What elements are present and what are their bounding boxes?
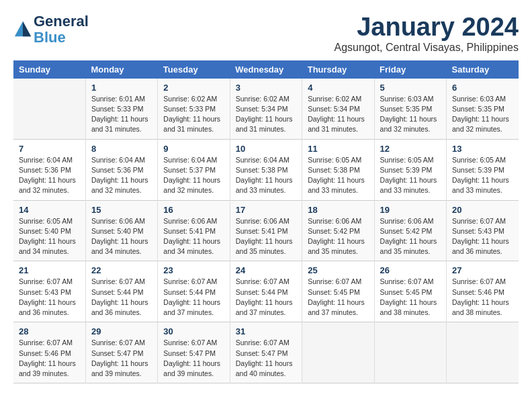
day-number: 23: [163, 265, 224, 275]
day-number: 24: [236, 265, 296, 275]
week-row-2: 7Sunrise: 6:04 AMSunset: 5:36 PMDaylight…: [13, 139, 519, 200]
calendar-cell: 14Sunrise: 6:05 AMSunset: 5:40 PMDayligh…: [13, 200, 85, 261]
day-info: Sunrise: 6:03 AMSunset: 5:35 PMDaylight:…: [452, 94, 513, 135]
calendar-cell: 10Sunrise: 6:04 AMSunset: 5:38 PMDayligh…: [230, 139, 302, 200]
day-number: 26: [380, 265, 441, 275]
calendar-cell: 8Sunrise: 6:04 AMSunset: 5:36 PMDaylight…: [85, 139, 157, 200]
calendar-cell: 29Sunrise: 6:07 AMSunset: 5:47 PMDayligh…: [85, 322, 157, 383]
day-number: 18: [308, 205, 368, 215]
logo: General Blue: [13, 13, 89, 46]
day-number: 20: [452, 205, 513, 215]
day-info: Sunrise: 6:02 AMSunset: 5:33 PMDaylight:…: [163, 94, 224, 135]
weekday-header-friday: Friday: [374, 60, 446, 79]
day-info: Sunrise: 6:07 AMSunset: 5:45 PMDaylight:…: [308, 277, 368, 318]
day-info: Sunrise: 6:07 AMSunset: 5:47 PMDaylight:…: [91, 338, 152, 379]
weekday-header-saturday: Saturday: [447, 60, 519, 79]
day-info: Sunrise: 6:02 AMSunset: 5:34 PMDaylight:…: [236, 94, 296, 135]
day-info: Sunrise: 6:07 AMSunset: 5:45 PMDaylight:…: [380, 277, 441, 318]
calendar-cell: 3Sunrise: 6:02 AMSunset: 5:34 PMDaylight…: [230, 79, 302, 139]
weekday-header-sunday: Sunday: [13, 60, 85, 79]
calendar-cell: 6Sunrise: 6:03 AMSunset: 5:35 PMDaylight…: [447, 79, 519, 139]
day-number: 6: [452, 83, 513, 93]
weekday-header-wednesday: Wednesday: [230, 60, 302, 79]
logo-line1: General: [34, 13, 89, 30]
calendar-cell: 9Sunrise: 6:04 AMSunset: 5:37 PMDaylight…: [158, 139, 230, 200]
day-info: Sunrise: 6:07 AMSunset: 5:47 PMDaylight:…: [236, 338, 296, 379]
calendar-cell: 5Sunrise: 6:03 AMSunset: 5:35 PMDaylight…: [374, 79, 446, 139]
calendar-cell: 7Sunrise: 6:04 AMSunset: 5:36 PMDaylight…: [13, 139, 85, 200]
calendar-cell: [374, 322, 446, 383]
calendar-cell: [302, 322, 374, 383]
day-number: 13: [452, 144, 513, 154]
day-number: 16: [163, 205, 224, 215]
day-info: Sunrise: 6:07 AMSunset: 5:43 PMDaylight:…: [19, 277, 80, 318]
calendar-cell: [13, 79, 85, 139]
calendar-cell: 2Sunrise: 6:02 AMSunset: 5:33 PMDaylight…: [158, 79, 230, 139]
day-info: Sunrise: 6:07 AMSunset: 5:46 PMDaylight:…: [452, 277, 513, 318]
calendar-cell: 26Sunrise: 6:07 AMSunset: 5:45 PMDayligh…: [374, 261, 446, 322]
day-number: 15: [91, 205, 152, 215]
day-number: 11: [308, 144, 368, 154]
day-number: 5: [380, 83, 441, 93]
day-number: 17: [236, 205, 296, 215]
day-number: 4: [308, 83, 368, 93]
calendar-cell: 25Sunrise: 6:07 AMSunset: 5:45 PMDayligh…: [302, 261, 374, 322]
weekday-header-thursday: Thursday: [302, 60, 374, 79]
day-info: Sunrise: 6:07 AMSunset: 5:44 PMDaylight:…: [91, 277, 152, 318]
logo-icon: [13, 20, 32, 39]
day-info: Sunrise: 6:07 AMSunset: 5:46 PMDaylight:…: [19, 338, 80, 379]
day-info: Sunrise: 6:01 AMSunset: 5:33 PMDaylight:…: [91, 94, 152, 135]
day-info: Sunrise: 6:04 AMSunset: 5:37 PMDaylight:…: [163, 155, 224, 196]
week-row-5: 28Sunrise: 6:07 AMSunset: 5:46 PMDayligh…: [13, 322, 519, 383]
month-title: January 2024: [334, 13, 519, 42]
day-info: Sunrise: 6:07 AMSunset: 5:44 PMDaylight:…: [236, 277, 296, 318]
calendar-cell: 1Sunrise: 6:01 AMSunset: 5:33 PMDaylight…: [85, 79, 157, 139]
weekday-header-tuesday: Tuesday: [158, 60, 230, 79]
svg-marker-1: [23, 21, 31, 36]
day-number: 31: [236, 326, 296, 336]
location-title: Agsungot, Central Visayas, Philippines: [334, 42, 519, 54]
day-number: 3: [236, 83, 296, 93]
day-number: 25: [308, 265, 368, 275]
weekday-header-row: SundayMondayTuesdayWednesdayThursdayFrid…: [13, 60, 519, 79]
calendar-cell: 18Sunrise: 6:06 AMSunset: 5:42 PMDayligh…: [302, 200, 374, 261]
day-number: 9: [163, 144, 224, 154]
day-info: Sunrise: 6:04 AMSunset: 5:38 PMDaylight:…: [236, 155, 296, 196]
week-row-4: 21Sunrise: 6:07 AMSunset: 5:43 PMDayligh…: [13, 261, 519, 322]
calendar-cell: 13Sunrise: 6:05 AMSunset: 5:39 PMDayligh…: [447, 139, 519, 200]
day-number: 14: [19, 205, 80, 215]
calendar-cell: 11Sunrise: 6:05 AMSunset: 5:38 PMDayligh…: [302, 139, 374, 200]
day-info: Sunrise: 6:05 AMSunset: 5:38 PMDaylight:…: [308, 155, 368, 196]
calendar-table: SundayMondayTuesdayWednesdayThursdayFrid…: [13, 60, 519, 383]
day-number: 30: [163, 326, 224, 336]
day-info: Sunrise: 6:06 AMSunset: 5:42 PMDaylight:…: [308, 216, 368, 257]
day-info: Sunrise: 6:05 AMSunset: 5:39 PMDaylight:…: [380, 155, 441, 196]
day-number: 27: [452, 265, 513, 275]
day-info: Sunrise: 6:06 AMSunset: 5:41 PMDaylight:…: [163, 216, 224, 257]
day-number: 22: [91, 265, 152, 275]
calendar-cell: 12Sunrise: 6:05 AMSunset: 5:39 PMDayligh…: [374, 139, 446, 200]
calendar-cell: 27Sunrise: 6:07 AMSunset: 5:46 PMDayligh…: [447, 261, 519, 322]
calendar-cell: 30Sunrise: 6:07 AMSunset: 5:47 PMDayligh…: [158, 322, 230, 383]
logo-line2: Blue: [34, 29, 66, 46]
day-info: Sunrise: 6:06 AMSunset: 5:40 PMDaylight:…: [91, 216, 152, 257]
day-number: 19: [380, 205, 441, 215]
day-info: Sunrise: 6:07 AMSunset: 5:43 PMDaylight:…: [452, 216, 513, 257]
calendar-cell: 19Sunrise: 6:06 AMSunset: 5:42 PMDayligh…: [374, 200, 446, 261]
day-info: Sunrise: 6:03 AMSunset: 5:35 PMDaylight:…: [380, 94, 441, 135]
day-info: Sunrise: 6:06 AMSunset: 5:41 PMDaylight:…: [236, 216, 296, 257]
day-info: Sunrise: 6:06 AMSunset: 5:42 PMDaylight:…: [380, 216, 441, 257]
day-info: Sunrise: 6:07 AMSunset: 5:47 PMDaylight:…: [163, 338, 224, 379]
week-row-1: 1Sunrise: 6:01 AMSunset: 5:33 PMDaylight…: [13, 79, 519, 139]
calendar-cell: [447, 322, 519, 383]
day-info: Sunrise: 6:04 AMSunset: 5:36 PMDaylight:…: [91, 155, 152, 196]
day-number: 21: [19, 265, 80, 275]
day-number: 2: [163, 83, 224, 93]
weekday-header-monday: Monday: [85, 60, 157, 79]
day-number: 29: [91, 326, 152, 336]
calendar-cell: 15Sunrise: 6:06 AMSunset: 5:40 PMDayligh…: [85, 200, 157, 261]
week-row-3: 14Sunrise: 6:05 AMSunset: 5:40 PMDayligh…: [13, 200, 519, 261]
calendar-cell: 17Sunrise: 6:06 AMSunset: 5:41 PMDayligh…: [230, 200, 302, 261]
calendar-cell: 21Sunrise: 6:07 AMSunset: 5:43 PMDayligh…: [13, 261, 85, 322]
title-block: January 2024 Agsungot, Central Visayas, …: [334, 13, 519, 54]
